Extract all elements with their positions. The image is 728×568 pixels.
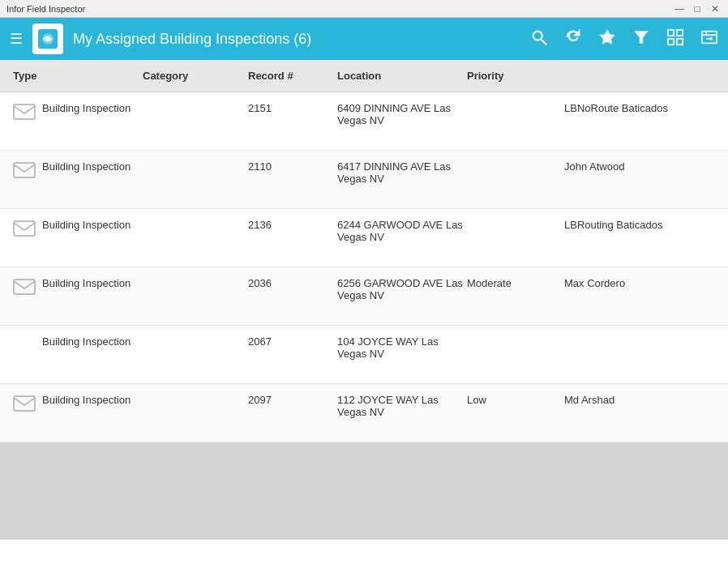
type-text: Building Inspection <box>42 102 131 114</box>
filter-icon[interactable] <box>632 28 650 50</box>
cell-type: Building Inspection <box>13 394 143 414</box>
envelope-icon <box>13 394 36 414</box>
envelope-icon <box>13 102 36 122</box>
cell-location: 6256 GARWOOD AVE Las Vegas NV <box>337 277 467 301</box>
app-title: Infor Field Inspector <box>6 4 85 14</box>
cell-type: Building Inspection <box>13 102 143 122</box>
cell-assignee: LBRouting Baticados <box>564 219 715 231</box>
envelope-icon <box>13 219 36 239</box>
title-bar: Infor Field Inspector — □ ✕ <box>0 0 728 18</box>
cell-location: 6244 GARWOOD AVE Las Vegas NV <box>337 219 467 243</box>
star-icon[interactable] <box>598 28 616 50</box>
toolbar-actions <box>530 28 718 50</box>
cell-priority: Low <box>467 394 564 406</box>
svg-point-3 <box>533 31 542 40</box>
table-row[interactable]: Building Inspection 2067 104 JOYCE WAY L… <box>0 326 728 384</box>
close-button[interactable]: ✕ <box>709 2 722 15</box>
cell-type: Building Inspection <box>13 277 143 297</box>
col-header-record: Record # <box>248 70 337 82</box>
svg-line-16 <box>711 38 713 40</box>
svg-marker-6 <box>635 31 649 43</box>
svg-rect-17 <box>14 105 35 119</box>
toolbar-title: My Assigned Building Inspections (6) <box>73 31 520 48</box>
hamburger-menu-icon[interactable]: ☰ <box>10 32 23 46</box>
svg-rect-18 <box>14 163 35 177</box>
svg-rect-10 <box>677 38 683 44</box>
cell-location: 6409 DINNING AVE Las Vegas NV <box>337 102 467 126</box>
cell-location: 6417 DINNING AVE Las Vegas NV <box>337 160 467 185</box>
envelope-icon <box>13 160 36 181</box>
type-text: Building Inspection <box>42 160 131 173</box>
type-text: Building Inspection <box>42 335 131 348</box>
svg-point-2 <box>45 36 50 41</box>
svg-rect-9 <box>668 38 674 44</box>
cell-priority: Moderate <box>467 277 564 289</box>
type-text: Building Inspection <box>42 219 131 231</box>
cell-type: Building Inspection <box>13 160 143 181</box>
envelope-icon <box>13 335 36 353</box>
table-row[interactable]: Building Inspection 2097 112 JOYCE WAY L… <box>0 384 728 442</box>
cell-type: Building Inspection <box>13 335 143 353</box>
svg-rect-20 <box>14 280 35 294</box>
svg-marker-5 <box>600 29 615 43</box>
main-content: ☰ My Assigned Building Inspections (6) <box>0 18 728 568</box>
dashboard-icon[interactable] <box>666 28 684 50</box>
svg-rect-11 <box>702 31 717 43</box>
search-icon[interactable] <box>530 28 548 50</box>
cell-assignee: John Atwood <box>564 160 715 173</box>
envelope-icon <box>13 277 36 297</box>
col-header-type: Type <box>13 70 143 82</box>
col-header-location: Location <box>337 70 467 82</box>
maximize-button[interactable]: □ <box>691 2 704 15</box>
table-row[interactable]: Building Inspection 2136 6244 GARWOOD AV… <box>0 209 728 267</box>
gray-footer <box>0 442 728 540</box>
cell-record: 2136 <box>248 219 337 231</box>
toolbar: ☰ My Assigned Building Inspections (6) <box>0 18 728 60</box>
cell-assignee: LBNoRoute Baticados <box>564 102 715 114</box>
minimize-button[interactable]: — <box>673 2 686 15</box>
svg-rect-7 <box>668 29 674 35</box>
svg-line-4 <box>542 39 546 44</box>
app-logo <box>32 23 63 54</box>
table-row[interactable]: Building Inspection 2036 6256 GARWOOD AV… <box>0 267 728 326</box>
type-text: Building Inspection <box>42 277 131 289</box>
table-scroll-area[interactable]: Building Inspection 2151 6409 DINNING AV… <box>0 92 728 568</box>
svg-rect-21 <box>14 396 35 411</box>
table-body: Building Inspection 2151 6409 DINNING AV… <box>0 92 728 442</box>
cell-record: 2151 <box>248 102 337 114</box>
cell-record: 2036 <box>248 277 337 289</box>
cell-assignee: Md Arshad <box>564 394 715 406</box>
col-header-priority: Priority <box>467 70 564 82</box>
column-headers: Type Category Record # Location Priority <box>0 60 728 92</box>
refresh-icon[interactable] <box>564 28 582 50</box>
cell-type: Building Inspection <box>13 219 143 239</box>
svg-rect-8 <box>677 29 683 35</box>
cell-record: 2110 <box>248 160 337 173</box>
window-controls: — □ ✕ <box>673 2 722 15</box>
type-text: Building Inspection <box>42 394 131 406</box>
cell-record: 2067 <box>248 335 337 348</box>
cell-assignee: Max Cordero <box>564 277 715 289</box>
col-header-category: Category <box>143 70 248 82</box>
cell-location: 104 JOYCE WAY Las Vegas NV <box>337 335 467 360</box>
table-row[interactable]: Building Inspection 2151 6409 DINNING AV… <box>0 92 728 151</box>
svg-rect-19 <box>14 221 35 236</box>
cell-record: 2097 <box>248 394 337 406</box>
export-icon[interactable] <box>700 28 718 50</box>
table-row[interactable]: Building Inspection 2110 6417 DINNING AV… <box>0 151 728 209</box>
cell-location: 112 JOYCE WAY Las Vegas NV <box>337 394 467 418</box>
